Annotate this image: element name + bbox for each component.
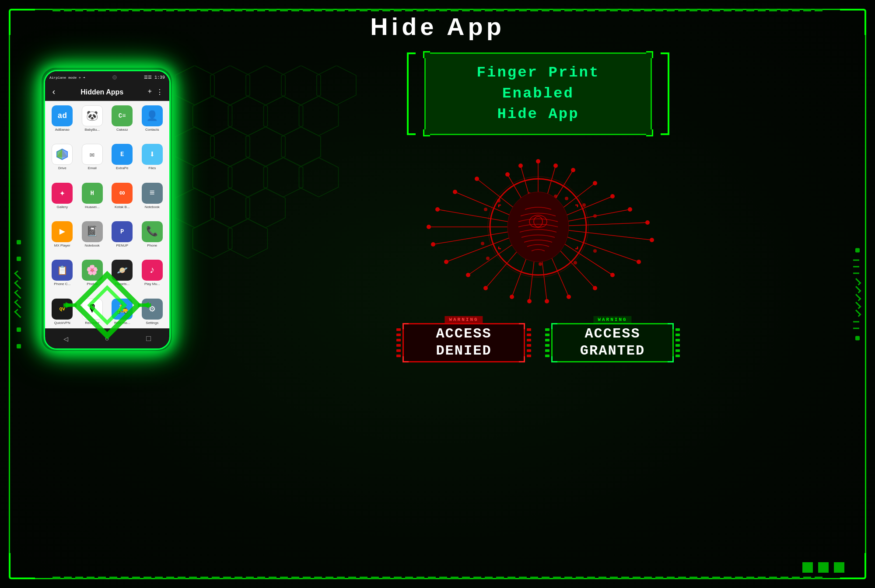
denied-box: ACCESS DENIED (402, 323, 525, 362)
nav-recents[interactable]: □ (146, 334, 151, 343)
app-icon (52, 144, 73, 165)
list-item[interactable]: ∞ Kotak B... (108, 183, 136, 219)
svg-point-51 (483, 286, 488, 290)
app-icon: 📞 (142, 221, 163, 242)
list-item[interactable]: 📓 Notebook (79, 221, 106, 257)
back-button[interactable]: ‹ (51, 87, 56, 97)
header-icons: + ⋮ (147, 88, 163, 97)
nav-home[interactable]: ○ (105, 334, 110, 343)
svg-point-44 (637, 260, 641, 264)
denied-warning-label: WARNING (444, 316, 483, 323)
svg-point-66 (574, 261, 577, 264)
access-denied-badge: WARNING (402, 323, 525, 362)
svg-point-56 (435, 207, 440, 212)
list-item[interactable]: P PENUP (108, 221, 136, 257)
header-title: Hidden Apps (80, 88, 123, 96)
list-item[interactable]: H Huawei... (79, 183, 106, 219)
list-item[interactable]: 🐼 BabyBu... (79, 105, 106, 141)
svg-point-54 (431, 242, 435, 247)
fingerprint-visualization (411, 148, 665, 314)
list-item[interactable]: ✉ Email (79, 144, 106, 180)
granted-box: ACCESS GRANTED (551, 323, 674, 362)
svg-point-35 (518, 164, 523, 168)
square-3 (834, 562, 844, 573)
app-label: PENUP (116, 244, 128, 247)
app-icon: 👤 (142, 105, 163, 126)
app-label: Kotak B... (115, 205, 130, 209)
svg-point-65 (593, 249, 597, 253)
svg-marker-3 (57, 149, 62, 160)
list-item[interactable]: ✦ Gallery (49, 183, 76, 219)
app-label: AdBanao (55, 128, 70, 132)
app-label: MX Player (54, 244, 70, 247)
app-label: Cakezz (116, 128, 128, 132)
app-label: Phone (147, 244, 157, 247)
page-title: Hide App (0, 12, 875, 41)
app-icon: ✉ (82, 144, 103, 165)
svg-point-70 (484, 208, 487, 211)
app-label: Files (148, 166, 156, 170)
app-label: Notebook (145, 205, 160, 209)
svg-point-34 (505, 172, 510, 177)
bottom-decorative-bar (52, 577, 822, 579)
list-item[interactable]: E ExtraPe (108, 144, 136, 180)
list-item[interactable]: 👤 Contacts (139, 105, 166, 141)
app-icon: 🐼 (82, 105, 103, 126)
svg-point-41 (628, 207, 632, 212)
app-label: ExtraPe (116, 166, 128, 170)
app-icon: ♪ (142, 260, 163, 281)
access-badges: WARNING (228, 323, 849, 362)
svg-point-48 (545, 299, 549, 303)
svg-marker-4 (62, 149, 67, 160)
app-label: Recorder (85, 321, 99, 325)
camera-dot (112, 75, 117, 80)
fp-title-container: Finger Print Enabled Hide App (424, 52, 652, 135)
list-item[interactable]: 📞 Phone (139, 221, 166, 257)
app-label: Gallery (57, 205, 68, 209)
app-icon: ▶ (52, 221, 73, 242)
app-icon: P (112, 221, 133, 242)
app-icon: ✦ (52, 183, 73, 204)
menu-button[interactable]: ⋮ (156, 88, 163, 97)
list-item[interactable]: Drive (49, 144, 76, 180)
add-button[interactable]: + (147, 88, 152, 97)
denied-left-dashes (396, 327, 401, 358)
list-item[interactable]: ▶ MX Player (49, 221, 76, 257)
app-label: Huawei... (85, 205, 99, 209)
status-right: ☰☰ 1:39 (144, 75, 165, 80)
svg-point-39 (593, 181, 597, 185)
app-label: Ride mo... (114, 321, 130, 325)
left-side-decoration (13, 238, 24, 350)
app-icon: ∞ (112, 183, 133, 204)
app-icon: 🛵 (112, 299, 133, 320)
denied-line2: DENIED (436, 343, 491, 359)
granted-line2: GRANTED (580, 343, 645, 359)
app-icon: H (82, 183, 103, 204)
fp-title-box: Finger Print Enabled Hide App (424, 52, 652, 135)
app-label: Settings (146, 321, 158, 325)
app-label: Play Mu... (144, 282, 160, 286)
list-item[interactable]: ≡ Notebook (139, 183, 166, 219)
list-item[interactable]: C≡ Cakezz (108, 105, 136, 141)
granted-left-dashes (545, 327, 550, 358)
list-item[interactable]: 🌸 Photos (79, 260, 106, 296)
svg-point-37 (553, 164, 558, 168)
list-item[interactable]: ♪ Play Mu... (139, 260, 166, 296)
svg-point-52 (466, 273, 470, 277)
app-label: Planets... (115, 282, 130, 286)
svg-point-40 (610, 194, 615, 198)
svg-point-69 (481, 242, 484, 245)
fp-title-line2: Hide App (443, 104, 633, 125)
list-item[interactable]: 📋 Phone C... (49, 260, 76, 296)
nav-back[interactable]: ◁ (63, 334, 68, 344)
granted-line1: ACCESS (584, 326, 640, 342)
svg-point-53 (444, 260, 448, 264)
list-item[interactable]: 🪐 Planets... (108, 260, 136, 296)
app-label: Photos (87, 282, 98, 286)
granted-text: ACCESS GRANTED (580, 326, 645, 359)
list-item[interactable]: ⬇ Files (139, 144, 166, 180)
app-icon: ≡ (142, 183, 163, 204)
app-icon: C≡ (112, 105, 133, 126)
apps-grid: ad AdBanao 🐼 BabyBu... C≡ Cakezz 👤 Conta… (45, 101, 169, 339)
list-item[interactable]: ad AdBanao (49, 105, 76, 141)
